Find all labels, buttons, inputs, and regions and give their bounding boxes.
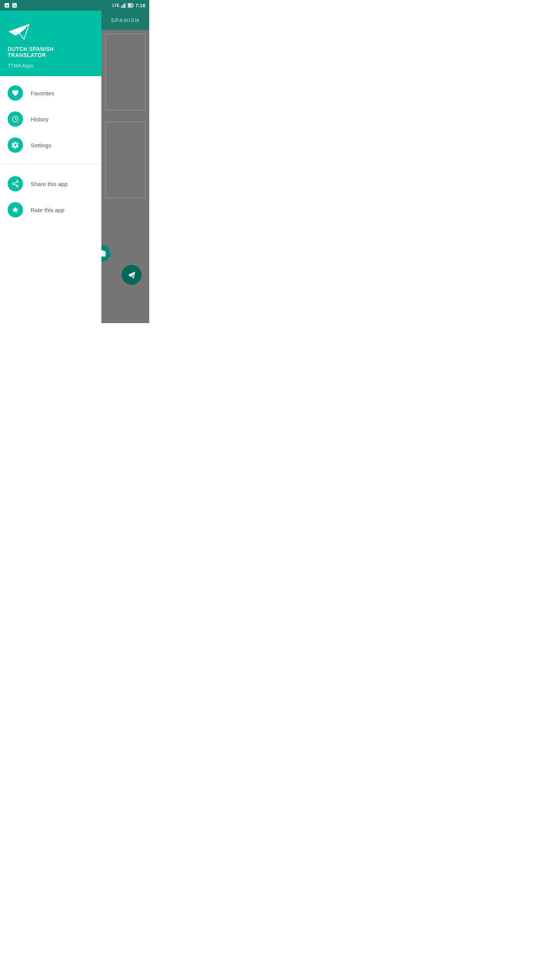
target-language-label: SPANISH (111, 17, 140, 23)
rate-icon-circle (8, 202, 23, 217)
notification-icons: N N (4, 2, 18, 8)
history-icon-circle (8, 111, 23, 127)
svg-text:N: N (6, 4, 8, 8)
svg-point-18 (16, 181, 18, 183)
favorites-icon-circle (8, 85, 23, 101)
svg-point-20 (16, 185, 18, 187)
svg-rect-9 (133, 5, 134, 7)
svg-text:N: N (13, 4, 16, 8)
nav-divider (0, 164, 101, 165)
rate-label: Rate this app (31, 207, 64, 213)
svg-text:⚡: ⚡ (129, 4, 132, 7)
sidebar-item-favorites[interactable]: Favorites (0, 80, 101, 106)
notification-icon-2: N (11, 2, 18, 8)
time-display: 7:16 (135, 3, 145, 8)
target-text-area (105, 122, 145, 198)
target-language-header: SPANISH (101, 11, 149, 30)
heart-icon (11, 89, 19, 97)
svg-rect-6 (124, 3, 125, 8)
app-subtitle: TTMA Apps (8, 63, 94, 69)
main-content-panel: SPANISH (101, 11, 149, 323)
settings-icon-circle (8, 137, 23, 153)
share-label: Share this app (31, 181, 68, 187)
send-icon (127, 270, 136, 279)
star-icon (11, 206, 19, 214)
battery-icon: ⚡ (128, 3, 134, 8)
primary-nav: Favorites History (0, 76, 101, 162)
drawer-header: DUTCH SPANISH TRANSLATOR TTMA Apps (0, 11, 101, 76)
history-label: History (31, 116, 49, 122)
share-icon (11, 180, 19, 188)
app-title: DUTCH SPANISH TRANSLATOR (8, 46, 94, 58)
translate-button[interactable] (122, 265, 142, 285)
notification-icon-1: N (4, 2, 10, 8)
secondary-nav: Share this app Rate this app (0, 167, 101, 227)
translation-area (101, 30, 149, 323)
svg-line-17 (15, 119, 16, 120)
favorites-label: Favorites (31, 90, 54, 96)
clock-icon (11, 115, 19, 123)
svg-line-21 (14, 184, 16, 185)
share-icon-circle (8, 176, 23, 191)
lte-indicator: LTE (112, 3, 119, 8)
sidebar-item-settings[interactable]: Settings (0, 132, 101, 158)
settings-label: Settings (31, 142, 51, 149)
svg-point-19 (13, 183, 15, 185)
gear-icon (11, 141, 19, 149)
sidebar-item-share[interactable]: Share this app (0, 171, 101, 197)
svg-line-22 (14, 182, 16, 183)
svg-rect-5 (122, 5, 124, 8)
source-text-area (105, 34, 145, 110)
signal-icon (121, 3, 126, 8)
status-bar: N N LTE ⚡ 7:16 (0, 0, 149, 11)
svg-rect-7 (126, 3, 126, 8)
app-logo (8, 22, 31, 41)
main-layout: DUTCH SPANISH TRANSLATOR TTMA Apps Favor… (0, 11, 149, 323)
status-right: LTE ⚡ 7:16 (112, 3, 145, 8)
svg-marker-14 (9, 24, 29, 33)
sidebar-item-rate[interactable]: Rate this app (0, 197, 101, 223)
sidebar-item-history[interactable]: History (0, 106, 101, 132)
navigation-drawer: DUTCH SPANISH TRANSLATOR TTMA Apps Favor… (0, 11, 101, 323)
svg-rect-4 (121, 6, 122, 8)
